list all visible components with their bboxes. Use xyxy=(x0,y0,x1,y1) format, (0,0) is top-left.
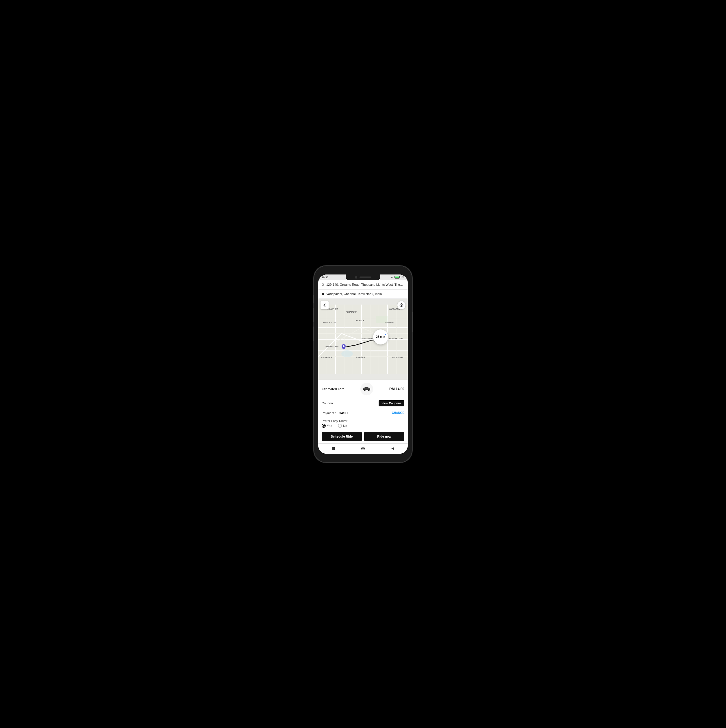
svg-text:PERAMBUR: PERAMBUR xyxy=(346,311,357,313)
map-svg: KOLATHUR PERAMBUR VAYSARPA ANNA NAGAR KI… xyxy=(318,299,408,380)
dropoff-dot-icon xyxy=(322,293,324,295)
back-arrow-icon xyxy=(323,303,326,307)
ride-now-button[interactable]: Ride now xyxy=(364,432,404,441)
power-button[interactable] xyxy=(412,312,413,332)
svg-text:KILPAUK: KILPAUK xyxy=(356,320,365,322)
nav-square-button[interactable] xyxy=(331,446,336,451)
map-area: KOLATHUR PERAMBUR VAYSARPA ANNA NAGAR KI… xyxy=(318,299,408,380)
svg-point-36 xyxy=(401,304,402,306)
svg-rect-47 xyxy=(368,388,370,389)
payment-row: Payment : CASH CHANGE xyxy=(322,409,404,418)
phone-screen: 10:30 ▪▪▪ 100 129-140, Greams Road, Thou… xyxy=(318,274,408,454)
origin-marker-icon xyxy=(342,344,346,349)
radio-yes[interactable]: Yes xyxy=(322,424,332,428)
pickup-address-field[interactable]: 129-140, Greams Road, Thousand Lights We… xyxy=(318,280,408,289)
volume-mute-button[interactable] xyxy=(313,295,314,303)
svg-text:VAYSARPA: VAYSARPA xyxy=(389,308,400,310)
svg-text:MYLAPORE: MYLAPORE xyxy=(392,356,403,358)
status-time: 10:30 xyxy=(322,276,328,279)
dropoff-address-text: Vadapalani, Chennai, Tamil Nadu, India xyxy=(326,292,382,295)
nav-home-button[interactable] xyxy=(360,446,366,451)
signal-icon: ▪▪▪ xyxy=(391,276,394,278)
radio-no[interactable]: No xyxy=(338,424,347,428)
svg-text:ROYAPETTAH: ROYAPETTAH xyxy=(389,338,403,340)
prefer-driver-label: Prefer Lady Driver xyxy=(322,419,404,422)
action-buttons: Schedule Ride Ride now xyxy=(322,430,404,444)
radio-yes-label: Yes xyxy=(327,424,332,427)
volume-down-button[interactable] xyxy=(313,327,314,341)
svg-text:T NAGAR: T NAGAR xyxy=(356,356,365,358)
car-vehicle-icon xyxy=(363,387,371,391)
bottom-panel: Estimated Fare RM 14.00 Coupon View xyxy=(318,380,408,444)
radio-yes-fill xyxy=(323,425,325,427)
front-camera xyxy=(355,276,357,278)
svg-rect-48 xyxy=(332,447,335,450)
battery-level: 100 xyxy=(401,276,404,278)
address-section: 129-140, Greams Road, Thousand Lights We… xyxy=(318,280,408,299)
nav-circle-icon xyxy=(361,447,365,451)
svg-point-21 xyxy=(341,350,353,357)
prefer-driver-row: Prefer Lady Driver Yes No xyxy=(322,418,404,430)
radio-no-icon xyxy=(338,424,342,428)
coupon-label: Coupon xyxy=(322,401,333,405)
notch xyxy=(346,274,380,280)
radio-no-label: No xyxy=(343,424,347,427)
svg-rect-43 xyxy=(365,387,369,389)
car-icon xyxy=(360,383,373,395)
svg-point-41 xyxy=(343,345,345,347)
back-button[interactable] xyxy=(320,301,329,309)
svg-point-50 xyxy=(362,448,364,449)
battery-icon xyxy=(395,276,400,278)
eta-text: 23 min xyxy=(376,335,385,338)
svg-text:VADAPALANI: VADAPALANI xyxy=(325,346,339,348)
fare-label: Estimated Fare xyxy=(322,387,345,391)
change-payment-button[interactable]: CHANGE xyxy=(392,411,404,414)
coupon-row: Coupon View Coupons xyxy=(322,398,404,409)
destination-dot-icon xyxy=(384,333,386,336)
nav-square-icon xyxy=(331,447,335,451)
svg-marker-51 xyxy=(391,447,394,450)
svg-text:KK NAGAR: KK NAGAR xyxy=(321,356,332,358)
radio-yes-icon xyxy=(322,424,326,428)
svg-rect-46 xyxy=(363,388,365,389)
phone-device: 10:30 ▪▪▪ 100 129-140, Greams Road, Thou… xyxy=(314,266,412,462)
payment-method: CASH xyxy=(339,411,348,415)
svg-text:ANNA NAGAR: ANNA NAGAR xyxy=(323,322,336,324)
location-target-icon xyxy=(400,303,403,307)
fare-row: Estimated Fare RM 14.00 xyxy=(322,380,404,398)
schedule-ride-button[interactable]: Schedule Ride xyxy=(322,432,362,441)
origin-pin-icon xyxy=(342,344,346,350)
fare-amount: RM 14.00 xyxy=(389,387,404,391)
status-icons: ▪▪▪ 100 xyxy=(391,276,404,278)
payment-label: Payment : CASH xyxy=(322,411,348,415)
svg-text:EGMORE: EGMORE xyxy=(385,322,394,324)
dropoff-address-field[interactable]: Vadapalani, Chennai, Tamil Nadu, India xyxy=(318,289,408,299)
eta-bubble: 23 min xyxy=(373,329,388,344)
nav-back-icon xyxy=(391,447,395,451)
earpiece xyxy=(360,277,371,278)
locate-button[interactable] xyxy=(397,301,406,309)
view-coupons-button[interactable]: View Coupons xyxy=(378,400,404,406)
nav-back-button[interactable] xyxy=(390,446,395,451)
nav-bar xyxy=(318,444,408,454)
pickup-dot-icon xyxy=(322,283,324,286)
volume-up-button[interactable] xyxy=(313,308,314,322)
pickup-address-text: 129-140, Greams Road, Thousand Lights We… xyxy=(326,283,404,286)
prefer-driver-options: Yes No xyxy=(322,424,404,428)
